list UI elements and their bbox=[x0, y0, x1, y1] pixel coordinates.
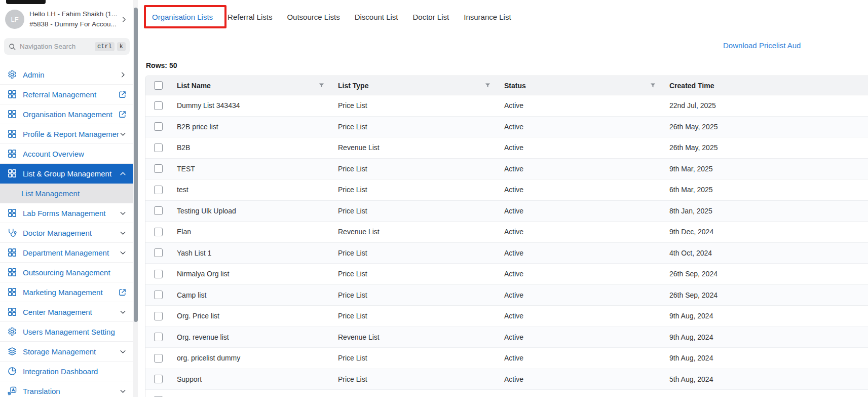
cell-created-time: 26th Sep, 2024 bbox=[663, 270, 868, 278]
sidebar-item-label: Profile & Report Management bbox=[23, 130, 119, 138]
row-checkbox[interactable] bbox=[154, 333, 163, 341]
cell-created-time: 9th Aug, 2024 bbox=[663, 333, 868, 341]
main-content: Organisation ListsReferral ListsOutsourc… bbox=[138, 0, 868, 397]
row-checkbox-cell bbox=[145, 270, 171, 278]
cell-status: Active bbox=[498, 291, 663, 299]
cell-list-name: Org. Price list bbox=[171, 312, 332, 320]
grid-icon bbox=[7, 247, 17, 258]
sidebar: LF Hello LH - Fahim Shaikh (1... #5838 -… bbox=[0, 0, 138, 397]
tab-discount-list[interactable]: Discount List bbox=[355, 13, 398, 22]
grid-icon bbox=[7, 129, 17, 139]
chevron-down-icon bbox=[119, 209, 127, 217]
row-checkbox[interactable] bbox=[154, 291, 163, 299]
tab-outsource-lists[interactable]: Outsource Lists bbox=[287, 13, 339, 22]
sidebar-item-label: Account Overview bbox=[23, 150, 127, 158]
sidebar-item-label: Outsourcing Management bbox=[23, 268, 127, 277]
chevron-right-icon[interactable] bbox=[120, 16, 128, 23]
sidebar-item-translation[interactable]: Translation bbox=[0, 381, 133, 397]
row-checkbox-cell bbox=[145, 375, 171, 383]
row-checkbox[interactable] bbox=[154, 312, 163, 320]
window-top-bar bbox=[6, 0, 46, 4]
external-link-icon bbox=[118, 288, 127, 297]
row-checkbox[interactable] bbox=[154, 375, 163, 383]
cell-created-time: 22nd Jul, 2025 bbox=[663, 101, 868, 110]
sidebar-item-admin[interactable]: Admin bbox=[0, 65, 133, 85]
cell-status: Active bbox=[498, 143, 663, 152]
filter-icon[interactable] bbox=[650, 82, 656, 89]
sidebar-item-organisation-management[interactable]: Organisation Management bbox=[0, 104, 133, 124]
table-row[interactable]: TEST Price List Active 9th Mar, 2025 bbox=[145, 159, 868, 180]
sidebar-item-marketing-management[interactable]: Marketing Management bbox=[0, 282, 133, 302]
cell-list-name: Camp list bbox=[171, 291, 332, 299]
table-row[interactable]: org. pricelist dummy Price List Active 9… bbox=[145, 348, 868, 369]
cell-list-name: Yash List 1 bbox=[171, 249, 332, 257]
table-row[interactable]: Yash List 1 Price List Active 4th Oct, 2… bbox=[145, 243, 868, 264]
navigation-search[interactable]: ctrl k bbox=[4, 38, 130, 55]
sidebar-item-center-management[interactable]: Center Management bbox=[0, 302, 133, 322]
select-all-checkbox[interactable] bbox=[154, 81, 163, 90]
table-row[interactable] bbox=[145, 390, 868, 397]
download-pricelist-link[interactable]: Download Pricelist Aud bbox=[723, 41, 801, 50]
tab-referral-lists[interactable]: Referral Lists bbox=[228, 13, 272, 22]
row-checkbox[interactable] bbox=[154, 143, 163, 152]
sidebar-scrollbar[interactable] bbox=[133, 0, 138, 397]
sidebar-item-list-group-management[interactable]: List & Group Management bbox=[0, 164, 133, 184]
row-checkbox[interactable] bbox=[154, 228, 163, 236]
cell-list-type: Revenue List bbox=[332, 143, 498, 152]
table-row[interactable]: test Price List Active 6th Mar, 2025 bbox=[145, 179, 868, 201]
table-row[interactable]: Org. revenue list Revenue List Active 9t… bbox=[145, 327, 868, 348]
tab-insurance-list[interactable]: Insurance List bbox=[464, 13, 511, 22]
chevron-up-icon bbox=[119, 170, 127, 177]
row-checkbox-cell bbox=[145, 101, 171, 110]
sidebar-item-users-management-setting[interactable]: Users Management Setting bbox=[0, 322, 133, 342]
sidebar-item-profile-report-management[interactable]: Profile & Report Management bbox=[0, 124, 133, 144]
row-checkbox[interactable] bbox=[154, 122, 163, 131]
filter-icon[interactable] bbox=[484, 82, 491, 89]
sidebar-item-account-overview[interactable]: Account Overview bbox=[0, 144, 133, 164]
cell-status: Active bbox=[498, 270, 663, 278]
table-row[interactable]: B2B Revenue List Active 26th May, 2025 bbox=[145, 137, 868, 159]
profile-greeting: Hello LH - Fahim Shaikh (1... bbox=[29, 9, 120, 19]
sidebar-item-label: Organisation Management bbox=[23, 110, 118, 119]
row-checkbox[interactable] bbox=[154, 248, 163, 257]
row-checkbox[interactable] bbox=[154, 270, 163, 278]
table-row[interactable]: Camp list Price List Active 26th Sep, 20… bbox=[145, 285, 868, 306]
search-input[interactable] bbox=[20, 43, 92, 50]
sidebar-item-storage-management[interactable]: Storage Management bbox=[0, 342, 133, 362]
row-checkbox[interactable] bbox=[154, 101, 163, 110]
row-checkbox[interactable] bbox=[154, 186, 163, 194]
table-row[interactable]: Support Price List Active 5th Aug, 2024 bbox=[145, 369, 868, 390]
cell-list-type: Revenue List bbox=[332, 333, 498, 341]
sidebar-item-list-management[interactable]: List Management bbox=[0, 184, 133, 203]
cell-list-name: Testing Ulk Upload bbox=[171, 207, 332, 215]
user-profile-card[interactable]: LF Hello LH - Fahim Shaikh (1... #5838 -… bbox=[0, 5, 133, 33]
column-header-label: List Name bbox=[177, 82, 211, 90]
tab-doctor-list[interactable]: Doctor List bbox=[413, 13, 449, 22]
tab-organisation-lists[interactable]: Organisation Lists bbox=[152, 13, 213, 22]
sidebar-item-department-management[interactable]: Department Management bbox=[0, 243, 133, 263]
sidebar-item-label: Storage Management bbox=[23, 347, 119, 356]
table-row[interactable]: Org. Price list Price List Active 9th Au… bbox=[145, 306, 868, 327]
row-checkbox-cell bbox=[145, 312, 171, 320]
sidebar-item-integration-dashboard[interactable]: Integration Dashboard bbox=[0, 362, 133, 381]
sidebar-item-referral-management[interactable]: Referral Management bbox=[0, 85, 133, 104]
filter-icon[interactable] bbox=[318, 82, 325, 89]
table-row[interactable]: Nirmalya Org list Price List Active 26th… bbox=[145, 264, 868, 285]
grid-icon bbox=[7, 168, 17, 178]
table-row[interactable]: B2B price list Price List Active 26th Ma… bbox=[145, 117, 868, 138]
table-row[interactable]: Testing Ulk Upload Price List Active 8th… bbox=[145, 201, 868, 222]
sidebar-item-outsourcing-management[interactable]: Outsourcing Management bbox=[0, 263, 133, 282]
sidebar-item-label: Marketing Management bbox=[23, 288, 118, 297]
row-checkbox[interactable] bbox=[154, 206, 163, 215]
k-key-badge: k bbox=[117, 42, 126, 51]
sidebar-item-doctor-management[interactable]: Doctor Management bbox=[0, 223, 133, 243]
chevron-down-icon bbox=[119, 249, 127, 257]
sidebar-item-lab-forms-management[interactable]: Lab Forms Management bbox=[0, 203, 133, 223]
row-checkbox-cell bbox=[145, 143, 171, 152]
table-row[interactable]: Dummy List 343434 Price List Active 22nd… bbox=[145, 95, 868, 117]
scrollbar-thumb[interactable] bbox=[134, 8, 138, 322]
row-checkbox[interactable] bbox=[154, 354, 163, 363]
column-header-list-type: List Type bbox=[332, 82, 498, 90]
table-row[interactable]: Elan Revenue List Active 9th Dec, 2024 bbox=[145, 222, 868, 243]
row-checkbox[interactable] bbox=[154, 164, 163, 173]
